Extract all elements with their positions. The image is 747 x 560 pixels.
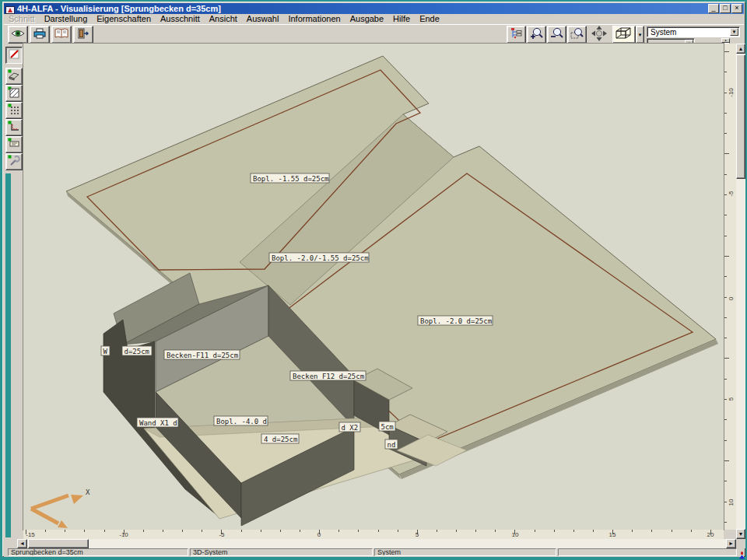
vertical-scrollbar[interactable]: ▲ ▼: [736, 44, 745, 539]
slab-label-becken-f11: Becken-F11 d=25cm: [164, 350, 240, 359]
hruler-label: 10: [512, 531, 519, 538]
minimize-button[interactable]: _: [708, 4, 719, 13]
edit-pen-icon: [9, 48, 20, 63]
app-window: 4H-ALFA - Visualisierung [Sprungbecken d…: [2, 2, 745, 557]
pan-cross-icon: [591, 25, 608, 45]
manual-button[interactable]: [51, 26, 72, 44]
status-panel-empty: [558, 548, 737, 556]
pan-control[interactable]: [589, 26, 609, 44]
svg-text:Becken F12 d=25cm: Becken F12 d=25cm: [293, 373, 364, 380]
slab-label-bopl20: Bopl. -2.0 d=25cm: [418, 316, 493, 325]
scroll-right-icon[interactable]: ►: [726, 539, 736, 548]
svg-text:nd: nd: [388, 441, 396, 449]
wall-label-fragment-4d25: 4 d=25cm: [261, 434, 299, 443]
wall-label-wand-x1: Wand X1 d: [137, 418, 178, 427]
mesh-tool-button[interactable]: [5, 102, 23, 119]
menu-item-ausgabe[interactable]: Ausgabe: [345, 14, 388, 24]
svg-text:Wand X1 d: Wand X1 d: [139, 419, 177, 427]
scroll-up-icon[interactable]: ▲: [736, 44, 745, 54]
menu-item-hilfe[interactable]: Hilfe: [388, 14, 415, 24]
horizontal-ruler: -15 -10 -5 0 5 10 15 20: [23, 530, 724, 539]
menu-item-ende[interactable]: Ende: [415, 14, 444, 24]
vruler-label: 10: [727, 498, 736, 507]
menu-item-schnitt: Schnitt: [4, 14, 40, 24]
wall-label-fragment-d25: d=25cm: [122, 346, 152, 355]
hscroll-thumb[interactable]: [28, 539, 89, 548]
status-panel-project: Sprungbecken d=35cm: [8, 548, 188, 556]
close-button[interactable]: ×: [731, 4, 742, 13]
exit-button[interactable]: [73, 26, 93, 44]
svg-text:Becken-F11 d=25cm: Becken-F11 d=25cm: [167, 352, 238, 359]
hatch-tool-button[interactable]: [5, 85, 23, 102]
wall-label-fragment-w: W: [101, 346, 110, 355]
zoom-out-icon: [550, 27, 563, 43]
axes-indicator: X Y: [31, 488, 90, 530]
view-button[interactable]: [8, 26, 28, 44]
svg-text:d=25cm: d=25cm: [124, 348, 150, 355]
print-button[interactable]: [30, 26, 50, 44]
zoom-in-icon: [530, 27, 543, 43]
slab-tool-button[interactable]: [5, 68, 23, 85]
edit-mode-button[interactable]: [5, 47, 23, 64]
scroll-down-icon[interactable]: ▼: [736, 529, 745, 539]
view-3d-button[interactable]: [612, 26, 636, 44]
hruler-label: 15: [609, 531, 616, 538]
hatch-square-icon: [8, 86, 20, 101]
slab-label-bopl40: Bopl. -4.0 d: [214, 416, 268, 425]
zoom-out-button[interactable]: [547, 26, 566, 44]
slab-label-bopl155: Bopl. -1.55 d=25cm: [251, 173, 329, 183]
wall-label-fragment-x2: d X2: [339, 422, 360, 432]
view-3d-dropdown-button[interactable]: ▼: [636, 26, 644, 44]
exit-door-icon: [77, 28, 89, 42]
hruler-label: 20: [707, 531, 714, 538]
horizontal-scrollbar[interactable]: ◄ ►: [17, 539, 736, 548]
maximize-button[interactable]: □: [720, 4, 731, 13]
hruler-label: -15: [26, 531, 35, 538]
app-icon: [5, 4, 15, 13]
zoom-window-button[interactable]: [567, 26, 587, 44]
zoom-in-button[interactable]: [527, 26, 546, 44]
dimension-tool-button[interactable]: [5, 119, 23, 136]
svg-text:5cm: 5cm: [381, 423, 394, 431]
svg-text:Bopl. -1.55 d=25cm: Bopl. -1.55 d=25cm: [253, 175, 329, 183]
window-title: 4H-ALFA - Visualisierung [Sprungbecken d…: [17, 3, 707, 14]
hruler-label: 5: [416, 531, 419, 538]
hruler-label: -5: [219, 531, 224, 538]
menu-item-informationen[interactable]: Informationen: [283, 14, 345, 24]
menu-item-eigenschaften[interactable]: Eigenschaften: [92, 14, 156, 24]
scene-svg: Bopl. -1.55 d=25cm Bopl. -2.0/-1.55 d=25…: [23, 44, 724, 530]
menu-item-ausschnitt[interactable]: Ausschnitt: [156, 14, 205, 24]
combo-dropdown-icon[interactable]: ▼: [730, 28, 738, 36]
label-box-icon: [8, 138, 20, 152]
svg-text:W: W: [103, 348, 108, 355]
scrollbar-corner: [736, 539, 745, 548]
system-combobox[interactable]: System ▼: [647, 26, 740, 37]
wall-label-fragment-5cm: 5cm: [379, 422, 395, 431]
status-indicator-icon: [738, 548, 745, 560]
zoom-window-icon: [570, 27, 584, 43]
menu-item-auswahl[interactable]: Auswahl: [242, 14, 284, 24]
scroll-left-icon[interactable]: ◄: [17, 539, 27, 548]
y-axis-arrowhead: [58, 520, 68, 528]
main-toolbar: ▼ System ▼ ▼ ▲ ▼: [4, 24, 744, 44]
hruler-label: -10: [119, 531, 128, 538]
svg-text:Bopl. -2.0 d=25cm: Bopl. -2.0 d=25cm: [420, 317, 492, 325]
svg-text:Bopl. -2.0/-1.55 d=25cm: Bopl. -2.0/-1.55 d=25cm: [272, 254, 369, 262]
3d-viewport[interactable]: Bopl. -1.55 d=25cm Bopl. -2.0/-1.55 d=25…: [23, 44, 724, 530]
desktop: 4H-ALFA - Visualisierung [Sprungbecken d…: [0, 0, 747, 560]
vruler-label: 0: [727, 294, 736, 303]
label-tool-button[interactable]: [5, 136, 23, 153]
svg-text:4 d=25cm: 4 d=25cm: [264, 436, 297, 443]
title-bar[interactable]: 4H-ALFA - Visualisierung [Sprungbecken d…: [4, 3, 744, 14]
structure-list-button[interactable]: [507, 26, 526, 44]
menu-bar: Schnitt Darstellung Eigenschaften Aussch…: [4, 14, 744, 24]
mesh-points-icon: [8, 103, 20, 118]
slab-label-becken-f12: Becken F12 d=25cm: [290, 371, 366, 380]
view-3d-box-icon: [615, 27, 633, 43]
vertical-ruler: -10 -5 0 5 10: [724, 44, 736, 530]
svg-text:d X2: d X2: [342, 424, 359, 432]
vscroll-thumb[interactable]: [736, 54, 745, 179]
menu-item-ansicht[interactable]: Ansicht: [205, 14, 242, 24]
menu-item-darstellung[interactable]: Darstellung: [40, 14, 93, 24]
tools-button[interactable]: [5, 153, 23, 170]
